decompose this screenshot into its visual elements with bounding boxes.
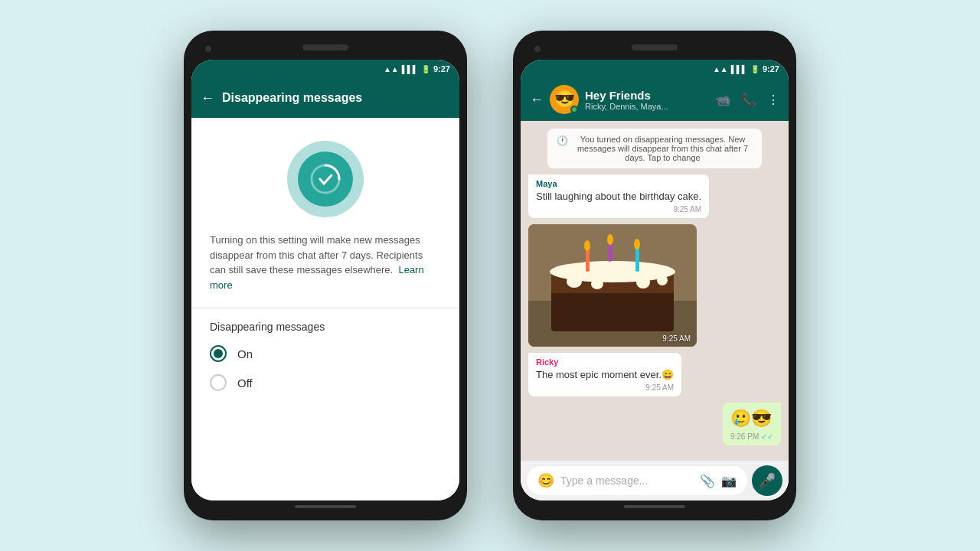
battery-icon-2: 🔋 (750, 65, 760, 73)
settings-icon-area (191, 118, 459, 233)
settings-options: Disappearing messages On Off (191, 308, 459, 416)
options-title: Disappearing messages (210, 321, 441, 333)
group-avatar: 😎 (550, 85, 579, 114)
camera-icon[interactable]: 📷 (721, 474, 737, 488)
sender-ricky: Ricky (536, 357, 674, 367)
radio-option-off[interactable]: Off (210, 374, 441, 391)
svg-point-11 (584, 240, 590, 251)
phone-top-bar-2 (521, 38, 789, 60)
msg-text-maya: Still laughing about the birthday cake. (536, 190, 701, 204)
message-sent-emoji: 🥲😎 9:26 PM ✓✓ (723, 403, 781, 445)
phone-settings: ▲▲ ▌▌▌ 🔋 9:27 ← Disappearing messages (184, 31, 467, 520)
timer-inner (298, 152, 353, 207)
phone-screen-chat: ▲▲ ▌▌▌ 🔋 9:27 ← 😎 Hey Friends Ricky, Den… (521, 60, 789, 500)
system-notification[interactable]: 🕐 You turned on disappearing messages. N… (547, 129, 763, 168)
msg-time-ricky: 9:25 AM (536, 383, 674, 392)
chat-header: ← 😎 Hey Friends Ricky, Dennis, Maya... 📹… (521, 78, 789, 121)
message-ricky: Ricky The most epic moment ever.😄 9:25 A… (528, 353, 681, 396)
back-button-settings[interactable]: ← (201, 90, 214, 106)
mic-button[interactable]: 🎤 (752, 465, 782, 496)
radio-on-inner (214, 349, 223, 358)
phone-bottom-2 (521, 500, 789, 513)
msg-text-sent: 🥲😎 (730, 407, 773, 431)
radio-off-outer[interactable] (210, 374, 227, 391)
status-bar-2: ▲▲ ▌▌▌ 🔋 9:27 (521, 60, 789, 78)
settings-description: Turning on this setting will make new me… (191, 233, 459, 308)
home-indicator-2 (624, 505, 685, 508)
chat-header-info: Hey Friends Ricky, Dennis, Maya... (585, 89, 709, 111)
svg-point-15 (634, 239, 640, 249)
home-indicator-1 (295, 505, 356, 508)
phone-top-bar (191, 38, 459, 60)
back-button-chat[interactable]: ← (530, 92, 544, 108)
emoji-button[interactable]: 😊 (537, 472, 554, 489)
phone-bottom-1 (191, 500, 459, 513)
status-time-1: 9:27 (433, 64, 450, 73)
front-camera (205, 46, 211, 52)
radio-option-on[interactable]: On (210, 345, 441, 362)
msg-text-ricky: The most epic moment ever.😄 (536, 368, 674, 382)
status-bar-right-2: ▲▲ ▌▌▌ 🔋 9:27 (713, 64, 779, 73)
message-input-field[interactable]: 😊 Type a message... 📎 📷 (527, 466, 747, 495)
wifi-icon: ▲▲ (384, 65, 399, 73)
sender-maya: Maya (536, 179, 701, 188)
attach-icon[interactable]: 📎 (700, 474, 715, 488)
message-maya: Maya Still laughing about the birthday c… (528, 174, 709, 218)
chat-header-icons: 📹 📞 ⋮ (715, 93, 779, 107)
settings-screen: Turning on this setting will make new me… (191, 118, 459, 500)
system-notification-text: You turned on disappearing messages. New… (573, 135, 753, 162)
disappear-icon: 🕐 (557, 135, 568, 146)
timer-circle (287, 141, 364, 217)
phones-container: ▲▲ ▌▌▌ 🔋 9:27 ← Disappearing messages (184, 31, 796, 520)
speaker (302, 44, 348, 51)
mic-icon: 🎤 (759, 472, 776, 489)
img-time: 9:25 AM (662, 334, 691, 343)
svg-point-16 (564, 266, 577, 278)
radio-off-label: Off (237, 377, 253, 390)
group-name[interactable]: Hey Friends (585, 89, 709, 102)
msg-time-maya: 9:25 AM (536, 205, 701, 214)
status-bar-1: ▲▲ ▌▌▌ 🔋 9:27 (191, 60, 459, 78)
svg-point-17 (605, 261, 620, 276)
svg-point-18 (648, 266, 661, 278)
message-placeholder[interactable]: Type a message... (560, 474, 694, 487)
chat-messages: 🕐 You turned on disappearing messages. N… (521, 121, 789, 461)
phone-chat: ▲▲ ▌▌▌ 🔋 9:27 ← 😎 Hey Friends Ricky, Den… (513, 31, 796, 520)
video-call-icon[interactable]: 📹 (715, 93, 730, 107)
settings-header: ← Disappearing messages (191, 78, 459, 118)
settings-title: Disappearing messages (222, 91, 450, 105)
svg-point-7 (591, 279, 603, 289)
radio-on-label: On (237, 347, 253, 360)
cake-image (528, 224, 697, 347)
phone-screen-settings: ▲▲ ▌▌▌ 🔋 9:27 ← Disappearing messages (191, 60, 459, 500)
status-time-2: 9:27 (763, 64, 779, 73)
svg-point-8 (636, 276, 650, 289)
msg-time-sent: 9:26 PM ✓✓ (730, 432, 773, 441)
wifi-icon-2: ▲▲ (713, 65, 728, 73)
svg-point-13 (607, 234, 613, 245)
signal-icon-2: ▌▌▌ (731, 65, 747, 73)
front-camera-2 (534, 46, 541, 52)
timer-icon (309, 162, 342, 196)
svg-rect-14 (635, 246, 639, 272)
signal-icon: ▌▌▌ (402, 65, 418, 73)
radio-on-outer[interactable] (210, 345, 227, 362)
group-members: Ricky, Dennis, Maya... (585, 102, 709, 111)
battery-icon: 🔋 (421, 65, 430, 73)
speaker-2 (632, 44, 678, 51)
read-ticks: ✓✓ (761, 432, 773, 441)
message-image: 9:25 AM (528, 224, 697, 347)
cake-svg (528, 224, 697, 347)
online-indicator (570, 106, 578, 113)
voice-call-icon[interactable]: 📞 (741, 93, 756, 107)
chat-screen: 🕐 You turned on disappearing messages. N… (521, 121, 789, 500)
description-text: Turning on this setting will make new me… (210, 234, 423, 276)
menu-icon[interactable]: ⋮ (767, 93, 779, 107)
status-bar-right-1: ▲▲ ▌▌▌ 🔋 9:27 (384, 64, 450, 73)
chat-input-bar: 😊 Type a message... 📎 📷 🎤 (521, 461, 789, 500)
